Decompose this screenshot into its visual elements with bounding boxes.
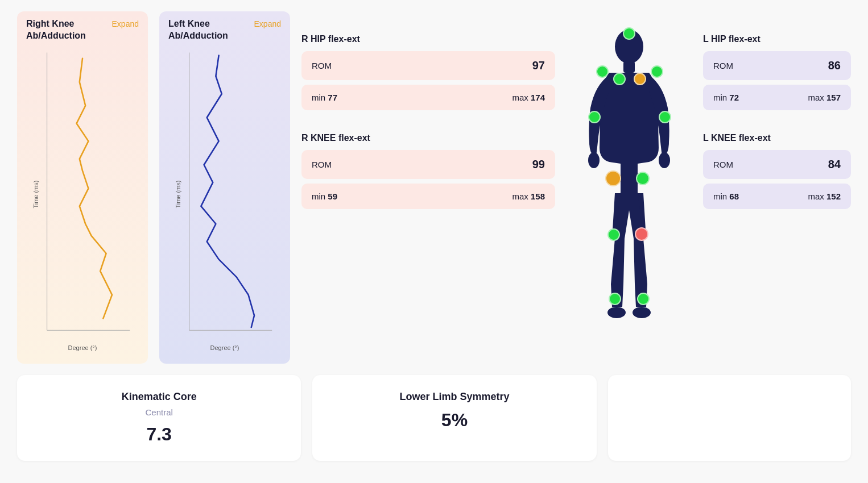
sensor-chest-right: [634, 73, 646, 85]
r-hip-rom-card: ROM 97: [301, 51, 555, 80]
r-hip-max: max 174: [512, 93, 545, 102]
r-hip-minmax-card: min 77 max 174: [301, 85, 555, 110]
right-expand-button[interactable]: Expand: [112, 19, 139, 28]
r-hip-rom-value: 97: [532, 59, 545, 72]
kinematic-core-value: 7.3: [146, 424, 171, 445]
r-knee-rom-card: ROM 99: [301, 150, 555, 179]
body-figure: [572, 23, 686, 352]
sensor-knee-left: [635, 227, 648, 241]
sensor-elbow-left: [588, 111, 601, 123]
l-hip-rom-value: 86: [828, 59, 841, 72]
r-knee-rom-label: ROM: [312, 160, 332, 169]
left-chart-x-label: Degree (°): [168, 344, 281, 351]
l-hip-max: max 157: [808, 93, 841, 102]
left-chart-svg: [168, 47, 281, 342]
svg-point-7: [659, 152, 670, 168]
lower-limb-title: Lower Limb Symmetry: [399, 391, 509, 403]
left-chart-y-label: Time (ms): [175, 180, 181, 208]
right-chart-y-label: Time (ms): [32, 180, 39, 208]
r-knee-max: max 158: [512, 191, 545, 201]
l-knee-title: L KNEE flex-ext: [703, 133, 851, 143]
r-hip-section: R HIP flex-ext ROM 97 min 77 max 174: [301, 34, 555, 110]
sensor-head: [623, 27, 635, 40]
r-hip-title: R HIP flex-ext: [301, 34, 555, 44]
r-knee-min: min 59: [312, 191, 337, 201]
sensor-elbow-right: [659, 111, 671, 123]
l-knee-minmax-card: min 68 max 152: [703, 184, 851, 209]
body-figure-area: [567, 11, 692, 352]
sensor-ankle-left: [609, 293, 621, 305]
lower-limb-card: Lower Limb Symmetry 5%: [312, 375, 596, 461]
l-knee-rom-value: 84: [828, 158, 841, 171]
bottom-section: Kinematic Core Central 7.3 Lower Limb Sy…: [17, 375, 851, 461]
l-knee-rom-label: ROM: [713, 160, 733, 169]
r-knee-minmax-card: min 59 max 158: [301, 184, 555, 209]
l-hip-section: L HIP flex-ext ROM 86 min 72 max 157: [703, 34, 851, 110]
left-metrics-area: L HIP flex-ext ROM 86 min 72 max 157 L K…: [703, 11, 851, 209]
l-hip-min: min 72: [713, 93, 739, 102]
l-hip-rom-label: ROM: [713, 61, 733, 70]
left-knee-chart: Left KneeAb/Adduction Expand Time (ms) D…: [159, 11, 290, 364]
r-hip-rom-label: ROM: [312, 61, 332, 70]
l-knee-min: min 68: [713, 191, 739, 201]
svg-point-8: [607, 307, 626, 318]
svg-point-6: [588, 152, 600, 168]
sensor-hip-left: [605, 170, 621, 186]
right-chart-svg: [26, 47, 139, 342]
sensor-hip-right: [636, 172, 650, 185]
empty-bottom-card: [608, 375, 851, 461]
l-knee-section: L KNEE flex-ext ROM 84 min 68 max 152: [703, 133, 851, 209]
body-silhouette-svg: [572, 23, 686, 352]
l-hip-rom-card: ROM 86: [703, 51, 851, 80]
l-hip-title: L HIP flex-ext: [703, 34, 851, 44]
sensor-chest-left: [613, 73, 626, 85]
r-knee-title: R KNEE flex-ext: [301, 133, 555, 143]
sensor-knee-right: [607, 228, 620, 241]
kinematic-core-subtitle: Central: [145, 407, 172, 417]
left-expand-button[interactable]: Expand: [254, 19, 281, 28]
sensor-ankle-right: [637, 293, 650, 305]
l-knee-max: max 152: [808, 191, 841, 201]
right-metrics-area: R HIP flex-ext ROM 97 min 77 max 174 R K…: [301, 11, 555, 209]
kinematic-core-card: Kinematic Core Central 7.3: [17, 375, 301, 461]
svg-rect-5: [623, 61, 635, 73]
r-hip-min: min 77: [312, 93, 337, 102]
r-knee-rom-value: 99: [532, 158, 545, 171]
l-knee-rom-card: ROM 84: [703, 150, 851, 179]
sensor-shoulder-right: [651, 65, 663, 78]
right-chart-x-label: Degree (°): [26, 344, 139, 351]
r-knee-section: R KNEE flex-ext ROM 99 min 59 max 158: [301, 133, 555, 209]
svg-point-9: [633, 307, 651, 318]
kinematic-core-title: Kinematic Core: [122, 391, 197, 403]
right-knee-chart: Right KneeAb/Adduction Expand Time (ms) …: [17, 11, 148, 364]
sensor-shoulder-left: [596, 65, 609, 78]
lower-limb-value: 5%: [441, 410, 468, 431]
l-hip-minmax-card: min 72 max 157: [703, 85, 851, 110]
